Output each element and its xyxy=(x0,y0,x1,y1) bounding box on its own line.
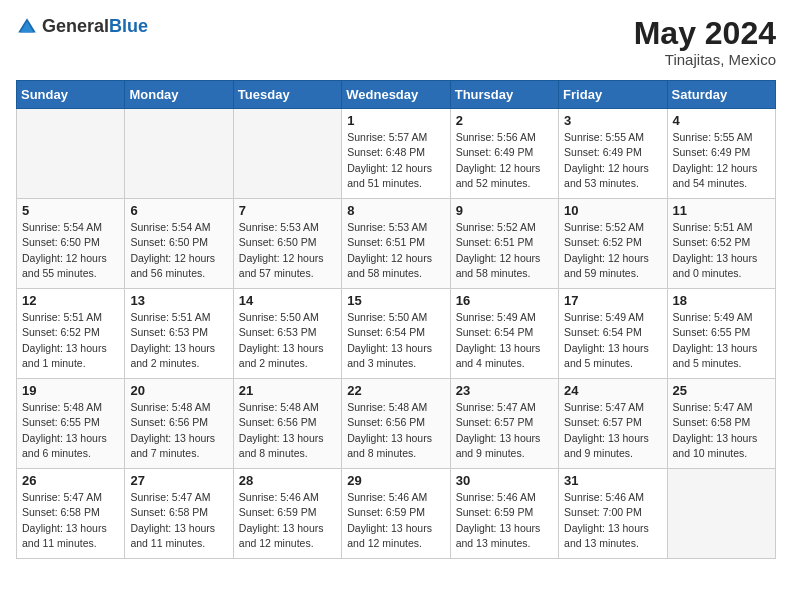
day-number: 19 xyxy=(22,383,119,398)
calendar-header-row: SundayMondayTuesdayWednesdayThursdayFrid… xyxy=(17,81,776,109)
day-number: 6 xyxy=(130,203,227,218)
calendar-day-cell: 30Sunrise: 5:46 AM Sunset: 6:59 PM Dayli… xyxy=(450,469,558,559)
day-info: Sunrise: 5:51 AM Sunset: 6:52 PM Dayligh… xyxy=(22,310,119,371)
day-info: Sunrise: 5:49 AM Sunset: 6:54 PM Dayligh… xyxy=(564,310,661,371)
calendar-day-cell: 12Sunrise: 5:51 AM Sunset: 6:52 PM Dayli… xyxy=(17,289,125,379)
calendar-day-cell: 23Sunrise: 5:47 AM Sunset: 6:57 PM Dayli… xyxy=(450,379,558,469)
logo-blue: Blue xyxy=(109,17,148,37)
calendar-day-cell: 21Sunrise: 5:48 AM Sunset: 6:56 PM Dayli… xyxy=(233,379,341,469)
day-of-week-header: Thursday xyxy=(450,81,558,109)
calendar-day-cell: 24Sunrise: 5:47 AM Sunset: 6:57 PM Dayli… xyxy=(559,379,667,469)
day-info: Sunrise: 5:47 AM Sunset: 6:58 PM Dayligh… xyxy=(673,400,770,461)
day-of-week-header: Monday xyxy=(125,81,233,109)
day-info: Sunrise: 5:51 AM Sunset: 6:52 PM Dayligh… xyxy=(673,220,770,281)
day-number: 21 xyxy=(239,383,336,398)
calendar-day-cell: 14Sunrise: 5:50 AM Sunset: 6:53 PM Dayli… xyxy=(233,289,341,379)
page-header: GeneralBlue May 2024 Tinajitas, Mexico xyxy=(16,16,776,68)
day-info: Sunrise: 5:48 AM Sunset: 6:56 PM Dayligh… xyxy=(130,400,227,461)
title-block: May 2024 Tinajitas, Mexico xyxy=(634,16,776,68)
calendar-day-cell: 29Sunrise: 5:46 AM Sunset: 6:59 PM Dayli… xyxy=(342,469,450,559)
day-info: Sunrise: 5:46 AM Sunset: 6:59 PM Dayligh… xyxy=(239,490,336,551)
day-info: Sunrise: 5:49 AM Sunset: 6:54 PM Dayligh… xyxy=(456,310,553,371)
calendar-day-cell: 16Sunrise: 5:49 AM Sunset: 6:54 PM Dayli… xyxy=(450,289,558,379)
day-of-week-header: Tuesday xyxy=(233,81,341,109)
day-info: Sunrise: 5:49 AM Sunset: 6:55 PM Dayligh… xyxy=(673,310,770,371)
day-number: 10 xyxy=(564,203,661,218)
calendar-day-cell: 9Sunrise: 5:52 AM Sunset: 6:51 PM Daylig… xyxy=(450,199,558,289)
day-number: 5 xyxy=(22,203,119,218)
calendar-day-cell: 27Sunrise: 5:47 AM Sunset: 6:58 PM Dayli… xyxy=(125,469,233,559)
calendar-day-cell: 6Sunrise: 5:54 AM Sunset: 6:50 PM Daylig… xyxy=(125,199,233,289)
calendar-day-cell xyxy=(125,109,233,199)
day-of-week-header: Sunday xyxy=(17,81,125,109)
day-number: 28 xyxy=(239,473,336,488)
day-info: Sunrise: 5:54 AM Sunset: 6:50 PM Dayligh… xyxy=(22,220,119,281)
calendar-table: SundayMondayTuesdayWednesdayThursdayFrid… xyxy=(16,80,776,559)
day-info: Sunrise: 5:46 AM Sunset: 6:59 PM Dayligh… xyxy=(456,490,553,551)
calendar-day-cell: 17Sunrise: 5:49 AM Sunset: 6:54 PM Dayli… xyxy=(559,289,667,379)
calendar-week-row: 1Sunrise: 5:57 AM Sunset: 6:48 PM Daylig… xyxy=(17,109,776,199)
calendar-day-cell: 3Sunrise: 5:55 AM Sunset: 6:49 PM Daylig… xyxy=(559,109,667,199)
logo-icon xyxy=(16,16,38,38)
day-number: 9 xyxy=(456,203,553,218)
calendar-day-cell: 1Sunrise: 5:57 AM Sunset: 6:48 PM Daylig… xyxy=(342,109,450,199)
day-number: 24 xyxy=(564,383,661,398)
calendar-week-row: 26Sunrise: 5:47 AM Sunset: 6:58 PM Dayli… xyxy=(17,469,776,559)
calendar-day-cell: 13Sunrise: 5:51 AM Sunset: 6:53 PM Dayli… xyxy=(125,289,233,379)
day-of-week-header: Wednesday xyxy=(342,81,450,109)
day-info: Sunrise: 5:47 AM Sunset: 6:58 PM Dayligh… xyxy=(130,490,227,551)
day-number: 26 xyxy=(22,473,119,488)
calendar-week-row: 12Sunrise: 5:51 AM Sunset: 6:52 PM Dayli… xyxy=(17,289,776,379)
day-number: 23 xyxy=(456,383,553,398)
day-info: Sunrise: 5:55 AM Sunset: 6:49 PM Dayligh… xyxy=(564,130,661,191)
calendar-day-cell: 4Sunrise: 5:55 AM Sunset: 6:49 PM Daylig… xyxy=(667,109,775,199)
day-info: Sunrise: 5:53 AM Sunset: 6:51 PM Dayligh… xyxy=(347,220,444,281)
day-info: Sunrise: 5:56 AM Sunset: 6:49 PM Dayligh… xyxy=(456,130,553,191)
day-number: 13 xyxy=(130,293,227,308)
calendar-day-cell: 11Sunrise: 5:51 AM Sunset: 6:52 PM Dayli… xyxy=(667,199,775,289)
day-info: Sunrise: 5:50 AM Sunset: 6:54 PM Dayligh… xyxy=(347,310,444,371)
calendar-day-cell: 22Sunrise: 5:48 AM Sunset: 6:56 PM Dayli… xyxy=(342,379,450,469)
day-info: Sunrise: 5:51 AM Sunset: 6:53 PM Dayligh… xyxy=(130,310,227,371)
day-info: Sunrise: 5:47 AM Sunset: 6:57 PM Dayligh… xyxy=(564,400,661,461)
day-number: 25 xyxy=(673,383,770,398)
day-of-week-header: Friday xyxy=(559,81,667,109)
day-number: 31 xyxy=(564,473,661,488)
day-info: Sunrise: 5:48 AM Sunset: 6:55 PM Dayligh… xyxy=(22,400,119,461)
day-info: Sunrise: 5:46 AM Sunset: 7:00 PM Dayligh… xyxy=(564,490,661,551)
calendar-day-cell xyxy=(233,109,341,199)
day-info: Sunrise: 5:50 AM Sunset: 6:53 PM Dayligh… xyxy=(239,310,336,371)
calendar-day-cell: 2Sunrise: 5:56 AM Sunset: 6:49 PM Daylig… xyxy=(450,109,558,199)
day-number: 7 xyxy=(239,203,336,218)
calendar-day-cell: 31Sunrise: 5:46 AM Sunset: 7:00 PM Dayli… xyxy=(559,469,667,559)
calendar-day-cell: 25Sunrise: 5:47 AM Sunset: 6:58 PM Dayli… xyxy=(667,379,775,469)
calendar-day-cell: 7Sunrise: 5:53 AM Sunset: 6:50 PM Daylig… xyxy=(233,199,341,289)
day-info: Sunrise: 5:53 AM Sunset: 6:50 PM Dayligh… xyxy=(239,220,336,281)
day-number: 14 xyxy=(239,293,336,308)
day-number: 2 xyxy=(456,113,553,128)
calendar-day-cell: 5Sunrise: 5:54 AM Sunset: 6:50 PM Daylig… xyxy=(17,199,125,289)
day-number: 18 xyxy=(673,293,770,308)
day-info: Sunrise: 5:52 AM Sunset: 6:52 PM Dayligh… xyxy=(564,220,661,281)
day-number: 17 xyxy=(564,293,661,308)
calendar-day-cell: 20Sunrise: 5:48 AM Sunset: 6:56 PM Dayli… xyxy=(125,379,233,469)
day-number: 12 xyxy=(22,293,119,308)
calendar-day-cell xyxy=(17,109,125,199)
day-number: 29 xyxy=(347,473,444,488)
day-info: Sunrise: 5:48 AM Sunset: 6:56 PM Dayligh… xyxy=(239,400,336,461)
month-year: May 2024 xyxy=(634,16,776,51)
calendar-day-cell: 10Sunrise: 5:52 AM Sunset: 6:52 PM Dayli… xyxy=(559,199,667,289)
calendar-week-row: 19Sunrise: 5:48 AM Sunset: 6:55 PM Dayli… xyxy=(17,379,776,469)
day-number: 3 xyxy=(564,113,661,128)
day-number: 20 xyxy=(130,383,227,398)
day-number: 30 xyxy=(456,473,553,488)
day-number: 4 xyxy=(673,113,770,128)
day-number: 1 xyxy=(347,113,444,128)
day-number: 16 xyxy=(456,293,553,308)
calendar-day-cell: 28Sunrise: 5:46 AM Sunset: 6:59 PM Dayli… xyxy=(233,469,341,559)
calendar-day-cell: 26Sunrise: 5:47 AM Sunset: 6:58 PM Dayli… xyxy=(17,469,125,559)
location: Tinajitas, Mexico xyxy=(634,51,776,68)
calendar-day-cell xyxy=(667,469,775,559)
day-number: 22 xyxy=(347,383,444,398)
day-number: 15 xyxy=(347,293,444,308)
